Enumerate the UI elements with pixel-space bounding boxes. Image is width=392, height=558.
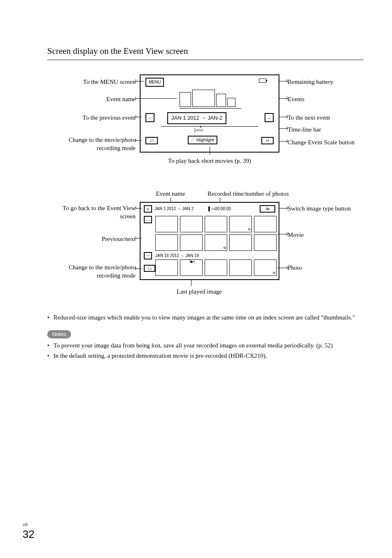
record-mode-button[interactable]: ▭ [145,137,158,144]
label-photo: Photo [288,264,302,272]
thumbnail[interactable] [180,216,203,232]
label-switch-image-type: Switch image type button [288,204,351,213]
thumbnail[interactable] [254,234,277,251]
event-view-diagram-wrapper: MENU ‹ JAN 1 2012 → JAN-2 › ▼ 2012 ▭ ☄ H… [47,74,363,169]
label-prev-next: Previous/next [47,235,136,243]
close-button[interactable]: × [144,205,152,213]
label-go-back: To go back to the Event View screen [47,204,136,220]
thumbnail[interactable] [180,234,203,251]
last-played-icon: I▶I [189,259,195,264]
battery-icon [259,79,266,83]
label-menu-screen: To the MENU screen [47,78,136,86]
recorded-time-value: ▌▭00:00:00 [208,206,231,212]
thumbnail-photo[interactable]: ⧉ [254,259,277,276]
event-thumb [216,94,226,107]
label-last-played: Last played image [166,287,232,296]
thumbnail[interactable]: ⧉ [205,234,227,251]
label-event-name: Event name [47,95,136,104]
section-title: Screen display on the Event View screen [47,45,363,60]
event-index-date: JAN 1 2012 → JAN 2 [154,206,194,212]
timeline-bar: ▼ 2012 [161,126,258,130]
event-thumb [227,98,235,107]
next-button[interactable]: ﹀ [144,252,152,259]
photo-icon: ⧉ [224,245,226,250]
label-rec-mode: Change to the movie/photo recording mode [47,136,136,152]
event-index-diagram-wrapper: Event name Recorded time/number of photo… [47,190,363,296]
prev-button[interactable]: ︿ [144,216,152,223]
region-code: US [23,522,35,528]
label-movie: Movie [288,231,304,239]
label-event-name-2: Event name [152,190,189,198]
timeline-year: 2012 [195,128,203,132]
page-number: US 32 [23,522,35,542]
label-events: Events [288,95,304,104]
thumbnails-description: • Reduced-size images which enable you t… [47,313,363,322]
label-playback-short-movies: To play back short movies (p. 39) [160,157,259,165]
label-recorded-time: Recorded time/number of photos [208,190,289,198]
photo-icon: ⧉ [248,227,251,232]
sub-date-range: JAN 18 2012 → JAN 19 [155,253,199,259]
thumbnail-last-played[interactable]: I▶I [180,259,203,276]
label-next-event: To the next event [288,113,330,122]
thumbnail[interactable]: ⧉ [229,216,252,232]
thumbnail[interactable] [155,259,178,276]
thumbnail[interactable] [205,259,227,276]
event-date-box[interactable]: JAN 1 2012 → JAN-2 [167,112,226,124]
event-thumb [180,92,191,107]
record-mode-button-2[interactable]: ▭ [144,265,155,272]
bullet-icon: • [47,313,53,322]
thumbnail[interactable] [229,234,252,251]
next-event-button[interactable]: › [265,113,274,122]
thumbnail-movie[interactable] [254,216,277,232]
event-scale-button[interactable]: ⇔ [261,137,274,144]
notes-list: • To prevent your image data from being … [47,341,363,361]
event-view-screen: MENU ‹ JAN 1 2012 → JAN-2 › ▼ 2012 ▭ ☄ H… [140,74,279,153]
thumbnail[interactable] [229,259,252,276]
prev-event-button[interactable]: ‹ [145,113,154,122]
event-index-screen: × JAN 1 2012 → JAN 2 ▌▭00:00:00 ⧉▸ ︿ ﹀ ▭… [140,202,279,280]
label-timeline-bar: Time-line bar [288,125,321,134]
label-rec-mode-2: Change to the movie/photo recording mode [47,264,136,280]
events-thumbnails [180,90,235,107]
label-remaining-battery: Remaining battery [288,78,333,86]
bullet-icon: • [47,341,53,350]
bullet-icon: • [47,351,53,361]
thumbnail[interactable] [205,216,227,232]
highlight-button[interactable]: ☄ Highlight [188,136,217,144]
thumbnails-text: Reduced-size images which enable you to … [53,313,355,322]
menu-button[interactable]: MENU [145,78,164,87]
thumbnail[interactable] [155,234,178,251]
photo-icon: ⧉ [273,271,275,275]
note-text: To prevent your image data from being lo… [53,341,333,350]
page-number-value: 32 [23,528,35,540]
notes-label: Notes [47,330,71,338]
note-text: In the default setting, a protected demo… [53,351,267,361]
switch-image-type-button[interactable]: ⧉▸ [260,205,275,213]
event-thumb [192,90,215,107]
label-event-scale: Change Event Scale button [288,138,355,147]
label-prev-event: To the previous event [47,113,136,122]
thumbnail[interactable] [155,216,178,232]
